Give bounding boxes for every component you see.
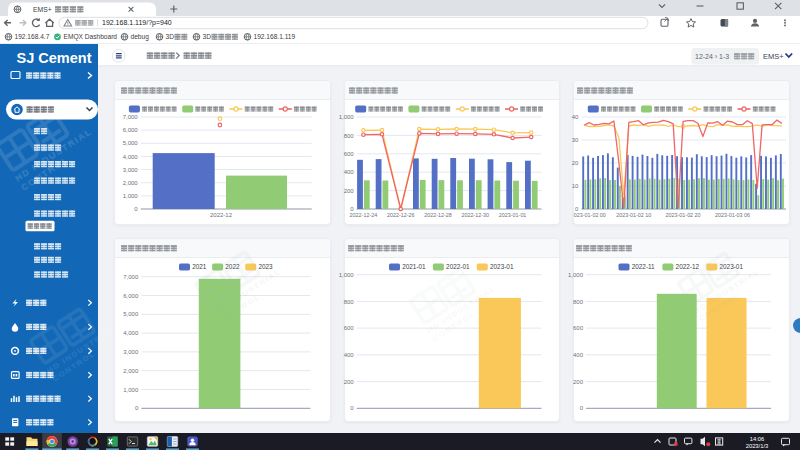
svg-text:0: 0 [580, 405, 584, 411]
svg-text:7,000: 7,000 [123, 274, 139, 280]
svg-text:20: 20 [572, 160, 579, 166]
svg-text:1,000: 1,000 [568, 272, 584, 278]
svg-text:2022-12-28: 2022-12-28 [424, 212, 452, 218]
svg-text:2023: 2023 [258, 263, 273, 270]
svg-text:2023-01-01: 2023-01-01 [499, 212, 527, 218]
svg-text:14:06: 14:06 [750, 436, 765, 442]
svg-text:600: 600 [344, 151, 355, 157]
svg-text:4,000: 4,000 [123, 154, 139, 160]
svg-text:023-01-02 00: 023-01-02 00 [574, 212, 606, 218]
svg-text:EMQX Dashboard: EMQX Dashboard [64, 33, 118, 41]
svg-text:400: 400 [573, 352, 584, 358]
svg-text:1,000: 1,000 [123, 387, 139, 393]
svg-text:600: 600 [573, 325, 584, 331]
svg-text:2,000: 2,000 [123, 368, 139, 374]
svg-text:200: 200 [573, 379, 584, 385]
svg-text:SJ Cement: SJ Cement [17, 50, 92, 66]
svg-text:EMS+: EMS+ [33, 6, 52, 13]
svg-text:2021: 2021 [192, 263, 207, 270]
svg-text:4,000: 4,000 [123, 330, 139, 336]
svg-text:2023-01-02 10: 2023-01-02 10 [616, 212, 651, 218]
svg-text:3D: 3D [166, 33, 175, 40]
svg-text:192.168.1.119: 192.168.1.119 [254, 33, 296, 40]
svg-text:192.168.1.119/?p=940: 192.168.1.119/?p=940 [102, 19, 172, 27]
svg-text:2023-01-03 06: 2023-01-03 06 [715, 212, 750, 218]
svg-text:2023-01: 2023-01 [490, 263, 514, 270]
svg-text:800: 800 [344, 299, 355, 305]
svg-text:3,000: 3,000 [123, 167, 139, 173]
svg-text:6,000: 6,000 [123, 293, 139, 299]
svg-text:3,000: 3,000 [123, 349, 139, 355]
svg-text:5,000: 5,000 [123, 311, 139, 317]
svg-text:3D: 3D [203, 33, 212, 40]
svg-text:2023/1/3: 2023/1/3 [746, 443, 769, 449]
svg-text:2022-11: 2022-11 [632, 263, 655, 270]
svg-text:0: 0 [134, 206, 138, 212]
svg-text:192.168.4.7: 192.168.4.7 [15, 33, 50, 40]
svg-text:2022-12: 2022-12 [210, 212, 233, 218]
svg-text:10: 10 [572, 183, 579, 189]
svg-text:2,000: 2,000 [123, 180, 139, 186]
svg-text:40: 40 [572, 114, 579, 120]
svg-text:2022-12-24: 2022-12-24 [350, 212, 378, 218]
svg-text:12-24 › 1-3: 12-24 › 1-3 [695, 53, 729, 60]
svg-text:1,000: 1,000 [123, 193, 139, 199]
svg-text:600: 600 [344, 325, 355, 331]
svg-text:6,000: 6,000 [123, 127, 139, 133]
svg-text:800: 800 [573, 299, 584, 305]
svg-text:200: 200 [344, 379, 355, 385]
svg-text:5,000: 5,000 [123, 140, 139, 146]
svg-text:7,000: 7,000 [123, 114, 139, 120]
svg-text:800: 800 [344, 133, 355, 139]
svg-text:0: 0 [350, 405, 354, 411]
svg-text:2022-12-26: 2022-12-26 [387, 212, 415, 218]
svg-text:2022-12-30: 2022-12-30 [462, 212, 490, 218]
svg-text:0: 0 [135, 405, 139, 411]
svg-text:2023-01-02 20: 2023-01-02 20 [666, 212, 701, 218]
svg-text:200: 200 [344, 188, 355, 194]
svg-text:30: 30 [572, 137, 579, 143]
svg-text:400: 400 [344, 169, 355, 175]
svg-text:debug: debug [131, 33, 150, 41]
svg-text:1,000: 1,000 [339, 272, 355, 278]
svg-text:EMS+: EMS+ [763, 52, 784, 61]
svg-text:2021-01: 2021-01 [402, 263, 426, 270]
svg-text:400: 400 [344, 352, 355, 358]
svg-text:2022-12: 2022-12 [676, 263, 700, 270]
svg-text:1,000: 1,000 [339, 114, 355, 120]
